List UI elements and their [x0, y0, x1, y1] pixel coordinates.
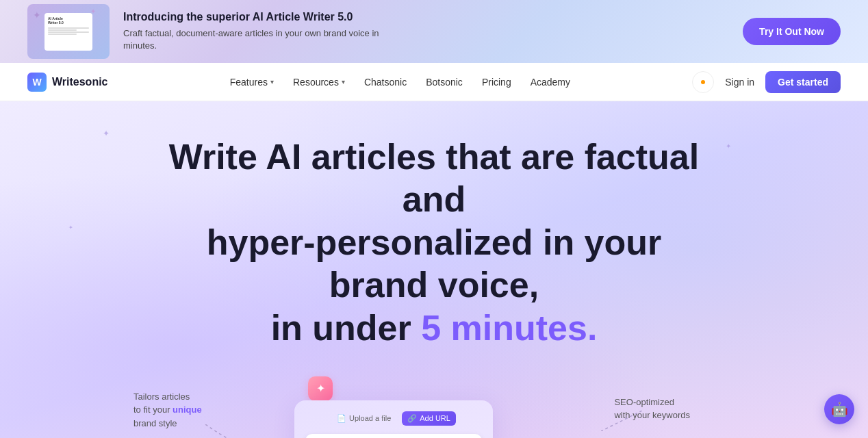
star-decoration-2: ✦: [90, 8, 96, 15]
dashed-line-1: [205, 424, 301, 438]
sparkle-icon: ✦: [316, 382, 325, 395]
annotation-unique-text: unique: [173, 404, 202, 415]
mockup-inner: AI Article Writer 5.0: [44, 13, 92, 51]
annotation-brand-style-text: Tailors articles to fit your unique bran…: [133, 390, 202, 430]
hero-heading: Write AI articles that are factual and h…: [160, 136, 708, 349]
chat-widget[interactable]: 🤖: [824, 394, 854, 424]
nav-chatsonic[interactable]: Chatsonic: [364, 77, 407, 88]
try-now-button[interactable]: Try It Out Now: [743, 18, 841, 45]
ui-card-tabs: 📄 Upload a file 🔗 Add URL: [305, 411, 482, 426]
mockup-line-2: [48, 29, 77, 31]
nav-features-label: Features: [230, 77, 268, 88]
nav-chatsonic-label: Chatsonic: [364, 77, 407, 88]
mockup-line-1: [48, 27, 89, 29]
nav-botsonic[interactable]: Botsonic: [426, 77, 463, 88]
hero-heading-line1: Write AI articles that are factual and: [169, 137, 700, 219]
main-nav: W Writesonic Features ▾ Resources ▾ Chat…: [0, 63, 868, 101]
chevron-down-icon: ▾: [270, 78, 274, 86]
mockup-line-3: [48, 31, 89, 33]
dashed-line-r1: [601, 411, 642, 431]
chevron-down-icon-2: ▾: [342, 78, 345, 86]
banner-heading: Introducing the superior AI Article Writ…: [123, 10, 411, 25]
nav-links: Features ▾ Resources ▾ Chatsonic Botsoni…: [230, 77, 570, 88]
star-3: ✦: [68, 224, 73, 231]
banner-left: ✦ ✦ AI Article Writer 5.0 Introducing th…: [27, 4, 411, 59]
url-input-container: Enter a URL: Exact URL ▾: [305, 434, 482, 438]
mockup-line-4: [48, 34, 77, 35]
banner-text: Introducing the superior AI Article Writ…: [123, 10, 411, 52]
logo-text: Writesonic: [52, 76, 108, 88]
notification-dot: [701, 80, 705, 84]
sign-in-button[interactable]: Sign in: [725, 77, 754, 88]
logo-icon-text: W: [32, 77, 41, 88]
hero-heading-line3-prefix: in under: [271, 308, 422, 348]
logo[interactable]: W Writesonic: [27, 73, 108, 92]
floating-icon-pink: ✦: [308, 376, 333, 401]
star-decoration-1: ✦: [33, 10, 41, 21]
nav-resources[interactable]: Resources ▾: [293, 77, 345, 88]
link-icon: 🔗: [407, 414, 417, 423]
hero-heading-line2: hyper-personalized in your brand voice,: [207, 222, 662, 305]
banner-subtext: Craft factual, document-aware articles i…: [123, 27, 411, 52]
get-started-button[interactable]: Get started: [765, 71, 841, 93]
ui-card: 📄 Upload a file 🔗 Add URL Enter a URL: E…: [294, 400, 493, 438]
diagram-area: ✦ Tailors articles to fit your unique br…: [0, 370, 868, 438]
hero-title: Write AI articles that are factual and h…: [160, 136, 708, 349]
notification-button[interactable]: [692, 71, 714, 93]
nav-academy[interactable]: Academy: [531, 77, 570, 88]
add-url-tab[interactable]: 🔗 Add URL: [402, 411, 456, 426]
logo-icon: W: [27, 73, 47, 92]
nav-academy-label: Academy: [531, 77, 570, 88]
nav-botsonic-label: Botsonic: [426, 77, 463, 88]
hero-heading-highlight: 5 minutes.: [421, 308, 597, 348]
promo-banner: ✦ ✦ AI Article Writer 5.0 Introducing th…: [0, 0, 868, 63]
chat-icon: 🤖: [831, 401, 848, 417]
mockup-lines: [48, 27, 89, 35]
star-1: ✦: [103, 129, 110, 138]
hero-section: ✦ ✦ ✦ Write AI articles that are factual…: [0, 101, 868, 438]
nav-features[interactable]: Features ▾: [230, 77, 274, 88]
upload-tab[interactable]: 📄 Upload a file: [331, 411, 396, 426]
banner-mockup-image: ✦ ✦ AI Article Writer 5.0: [27, 4, 110, 59]
upload-icon: 📄: [337, 414, 346, 423]
annotation-brand-style: Tailors articles to fit your unique bran…: [133, 390, 202, 430]
mockup-title-text: AI Article Writer 5.0: [48, 16, 89, 25]
nav-right: Sign in Get started: [692, 71, 841, 93]
nav-resources-label: Resources: [293, 77, 339, 88]
star-2: ✦: [726, 142, 731, 150]
nav-pricing[interactable]: Pricing: [482, 77, 511, 88]
nav-pricing-label: Pricing: [482, 77, 511, 88]
